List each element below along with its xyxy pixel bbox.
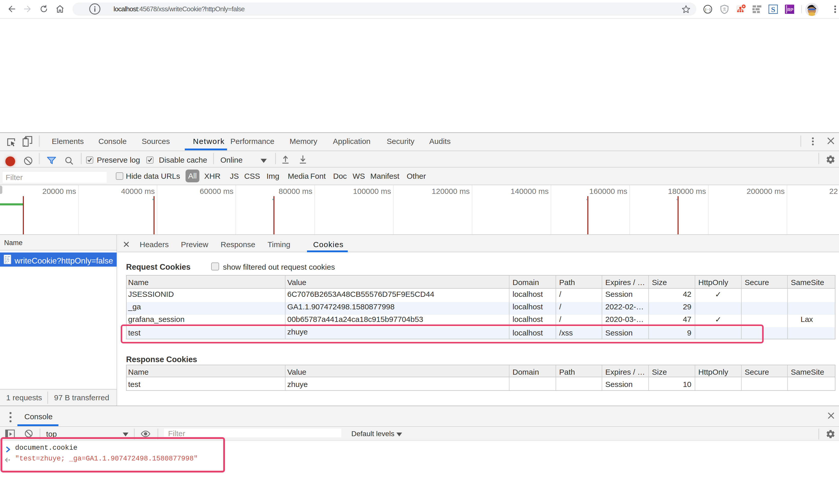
- svg-text:RP: RP: [787, 7, 793, 12]
- svg-text:{···}: {···}: [705, 7, 711, 11]
- svg-text:S: S: [771, 5, 775, 14]
- svg-text:支: 支: [723, 7, 727, 11]
